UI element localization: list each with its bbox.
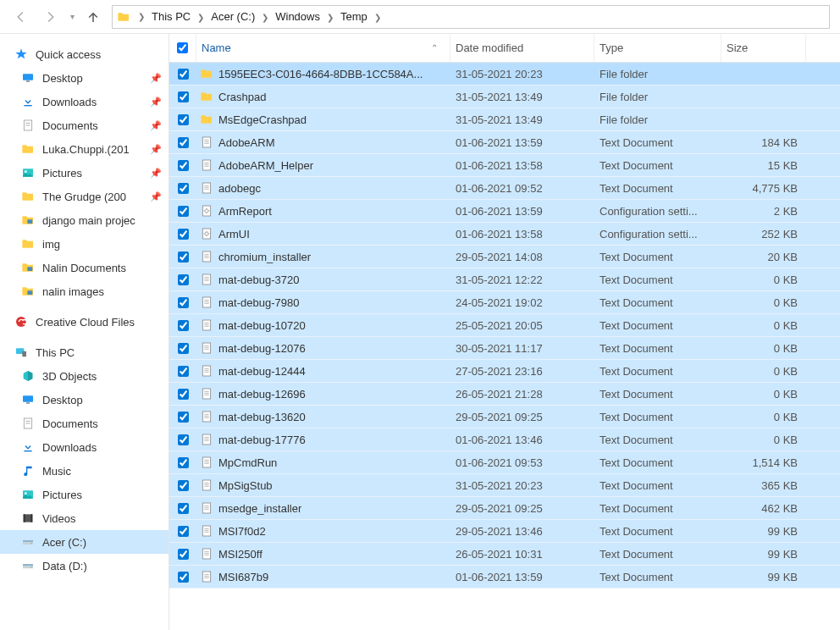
sidebar-item[interactable]: The Grudge (200📌 (0, 185, 169, 208)
file-row[interactable]: ArmReport01-06-2021 13:59Configuration s… (169, 200, 840, 223)
file-name-cell[interactable]: chromium_installer (196, 250, 450, 263)
file-name-cell[interactable]: mat-debug-13620 (196, 410, 450, 423)
file-name-cell[interactable]: msedge_installer (196, 501, 450, 515)
file-row[interactable]: msedge_installer29-05-2021 09:25Text Doc… (169, 497, 840, 520)
nav-up-button[interactable] (78, 2, 108, 32)
file-row[interactable]: MSI7f0d229-05-2021 13:46Text Document99 … (169, 520, 840, 543)
row-checkbox[interactable] (169, 526, 196, 537)
navigation-pane[interactable]: Quick access Desktop📌Downloads📌Documents… (0, 34, 169, 630)
file-name-cell[interactable]: adobegc (196, 181, 450, 195)
file-row[interactable]: AdobeARM_Helper01-06-2021 13:58Text Docu… (169, 154, 840, 177)
file-name-cell[interactable]: MSI7f0d2 (196, 524, 450, 538)
sidebar-item[interactable]: Documents📌 (0, 113, 169, 137)
row-checkbox[interactable] (169, 114, 196, 125)
file-name-cell[interactable]: 1595EEC3-C016-4664-8DBB-1CC584A... (196, 67, 450, 80)
sidebar-item[interactable]: Luka.Chuppi.(201📌 (0, 137, 169, 161)
sidebar-creative-cloud[interactable]: Creative Cloud Files (0, 310, 169, 334)
row-checkbox[interactable] (169, 549, 196, 560)
row-checkbox[interactable] (169, 457, 196, 468)
row-checkbox[interactable] (169, 69, 196, 80)
sidebar-item[interactable]: Downloads📌 (0, 90, 169, 113)
sidebar-item[interactable]: nalin images (0, 279, 169, 303)
row-checkbox[interactable] (169, 206, 196, 217)
column-header-type[interactable]: Type (594, 34, 721, 62)
file-row[interactable]: MpCmdRun01-06-2021 09:53Text Document1,5… (169, 451, 840, 474)
file-name-cell[interactable]: AdobeARM_Helper (196, 158, 450, 172)
recent-locations-dropdown[interactable]: ▾ (66, 12, 78, 21)
row-checkbox[interactable] (169, 572, 196, 583)
file-row[interactable]: chromium_installer29-05-2021 14:08Text D… (169, 246, 840, 268)
row-checkbox[interactable] (169, 251, 196, 262)
file-row[interactable]: adobegc01-06-2021 09:52Text Document4,77… (169, 177, 840, 200)
sidebar-item[interactable]: Data (D:) (0, 554, 169, 578)
row-checkbox[interactable] (169, 297, 196, 308)
breadcrumb-segment[interactable]: Windows (274, 8, 322, 25)
row-checkbox[interactable] (169, 229, 196, 240)
chevron-right-icon[interactable]: ❯ (257, 13, 274, 22)
file-row[interactable]: MSI687b901-06-2021 13:59Text Document99 … (169, 566, 840, 589)
sidebar-item[interactable]: django main projec (0, 208, 169, 232)
file-row[interactable]: mat-debug-372031-05-2021 12:22Text Docum… (169, 268, 840, 291)
row-checkbox[interactable] (169, 137, 196, 148)
sidebar-item[interactable]: Nalin Documents (0, 256, 169, 279)
sidebar-this-pc[interactable]: This PC (0, 340, 169, 364)
file-row[interactable]: 1595EEC3-C016-4664-8DBB-1CC584A...31-05-… (169, 63, 840, 86)
chevron-right-icon[interactable]: ❯ (192, 13, 209, 22)
select-all-checkbox[interactable] (169, 34, 196, 62)
file-row[interactable]: mat-debug-1777601-06-2021 13:46Text Docu… (169, 428, 840, 451)
file-row[interactable]: mat-debug-798024-05-2021 19:02Text Docum… (169, 291, 840, 314)
nav-forward-button[interactable] (36, 2, 66, 32)
file-name-cell[interactable]: MSI687b9 (196, 570, 450, 583)
row-checkbox[interactable] (169, 91, 196, 102)
file-row[interactable]: MpSigStub31-05-2021 20:23Text Document36… (169, 474, 840, 497)
file-name-cell[interactable]: MsEdgeCrashpad (196, 113, 450, 126)
file-list[interactable]: Name ⌃ Date modified Type Size 1595EEC3-… (169, 34, 840, 630)
file-row[interactable]: AdobeARM01-06-2021 13:59Text Document184… (169, 131, 840, 154)
sidebar-item[interactable]: Downloads (0, 435, 169, 459)
breadcrumb-segment[interactable]: This PC (150, 8, 192, 25)
breadcrumb-segment[interactable]: Acer (C:) (209, 8, 257, 25)
file-name-cell[interactable]: MpCmdRun (196, 456, 450, 469)
row-checkbox[interactable] (169, 434, 196, 445)
row-checkbox[interactable] (169, 320, 196, 331)
file-row[interactable]: mat-debug-1269626-05-2021 21:28Text Docu… (169, 383, 840, 406)
breadcrumb-box[interactable]: ❯ This PC❯Acer (C:)❯Windows❯Temp❯ (112, 5, 830, 29)
file-name-cell[interactable]: Crashpad (196, 90, 450, 103)
sidebar-item[interactable]: 3D Objects (0, 364, 169, 388)
chevron-right-icon[interactable]: ❯ (133, 12, 150, 21)
sidebar-item[interactable]: Documents (0, 412, 169, 435)
row-checkbox[interactable] (169, 183, 196, 194)
chevron-right-icon[interactable]: ❯ (369, 13, 386, 22)
file-name-cell[interactable]: MpSigStub (196, 478, 450, 492)
column-header-size[interactable]: Size (721, 34, 806, 62)
row-checkbox[interactable] (169, 412, 196, 423)
file-name-cell[interactable]: mat-debug-7980 (196, 296, 450, 309)
sidebar-item[interactable]: Pictures📌 (0, 161, 169, 185)
row-checkbox[interactable] (169, 480, 196, 491)
sidebar-item[interactable]: img (0, 232, 169, 256)
column-header-date[interactable]: Date modified (450, 34, 594, 62)
file-name-cell[interactable]: mat-debug-17776 (196, 433, 450, 446)
file-name-cell[interactable]: MSI250ff (196, 547, 450, 561)
file-name-cell[interactable]: ArmReport (196, 204, 450, 218)
nav-back-button[interactable] (5, 2, 36, 32)
file-name-cell[interactable]: AdobeARM (196, 135, 450, 149)
file-row[interactable]: ArmUI01-06-2021 13:58Configuration setti… (169, 223, 840, 246)
file-row[interactable]: MSI250ff26-05-2021 10:31Text Document99 … (169, 543, 840, 566)
row-checkbox[interactable] (169, 343, 196, 354)
row-checkbox[interactable] (169, 274, 196, 285)
row-checkbox[interactable] (169, 366, 196, 377)
sidebar-quick-access[interactable]: Quick access (0, 42, 169, 66)
sidebar-item[interactable]: Desktop (0, 388, 169, 412)
file-name-cell[interactable]: mat-debug-12076 (196, 341, 450, 355)
file-row[interactable]: mat-debug-1244427-05-2021 23:16Text Docu… (169, 360, 840, 383)
sidebar-item[interactable]: Desktop📌 (0, 66, 169, 90)
breadcrumb-segment[interactable]: Temp (339, 8, 369, 25)
file-name-cell[interactable]: mat-debug-12444 (196, 364, 450, 378)
file-name-cell[interactable]: mat-debug-3720 (196, 273, 450, 286)
row-checkbox[interactable] (169, 389, 196, 400)
sidebar-item[interactable]: Acer (C:) (0, 530, 169, 554)
file-row[interactable]: MsEdgeCrashpad31-05-2021 13:49File folde… (169, 108, 840, 131)
file-row[interactable]: Crashpad31-05-2021 13:49File folder (169, 86, 840, 108)
file-name-cell[interactable]: ArmUI (196, 227, 450, 240)
